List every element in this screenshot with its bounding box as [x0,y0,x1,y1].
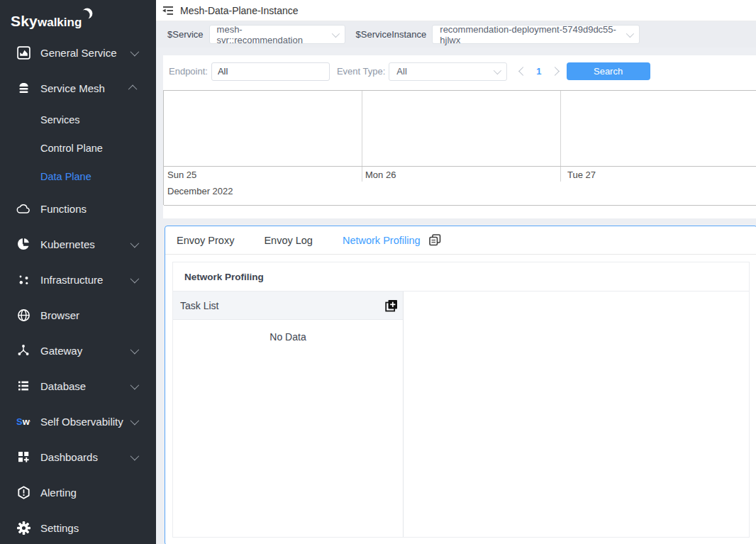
chevron-down-icon [130,47,140,56]
events-timeline[interactable]: Sun 25 Mon 26 Tue 27 December 2022 [163,90,756,205]
events-widget: Endpoint: Event Type: All 1 Search Sun 2… [163,55,756,218]
sidebar: Skywalking General Service Service Mesh … [0,0,156,544]
alert-hexagon-icon [16,485,30,499]
event-controls-row: Endpoint: Event Type: All 1 Search [163,55,756,81]
sidebar-subitem-label: Control Plane [40,143,103,154]
timeline-day-axis: Sun 25 Mon 26 Tue 27 [164,166,756,182]
prev-page-button[interactable] [518,67,528,76]
task-list-empty-state: No Data [173,320,403,537]
globe-icon [16,308,30,322]
cloud-icon [16,201,30,216]
timeline-month-label: December 2022 [167,186,233,196]
sidebar-item-label: General Service [40,47,117,59]
sidebar-item-infrastructure[interactable]: Infrastructure [0,262,156,297]
sidebar-item-label: Kubernetes [40,238,95,250]
sidebar-item-kubernetes[interactable]: Kubernetes [0,226,156,262]
panel-title: Network Profiling [173,262,749,292]
sidebar-item-label: Service Mesh [40,82,105,94]
chevron-down-icon [130,451,140,460]
crescent-moon-icon [82,8,93,25]
no-data-text: No Data [269,331,306,343]
service-instance-select[interactable]: recommendation-deployment-5749d9dc55-hjl… [432,25,640,44]
page-header: Mesh-Data-Plane-Instance [156,0,756,21]
timeline-day-label: Mon 26 [365,170,396,180]
instance-tabs-panel: Envoy Proxy Envoy Log Network Profiling … [165,226,756,544]
sidebar-item-gateway[interactable]: Gateway [0,333,156,368]
page-title: Mesh-Data-Plane-Instance [180,5,299,16]
service-instance-select-value: recommendation-deployment-5749d9dc55-hjl… [440,24,619,45]
sidebar-item-label: Functions [40,203,87,215]
event-type-select-value: All [396,66,406,77]
chevron-down-icon [130,380,140,389]
sidebar-subitem-label: Data Plane [40,171,91,182]
sidebar-item-label: Gateway [40,345,82,357]
logo-text-rest: walking [38,16,82,29]
sidebar-item-dashboards[interactable]: Dashboards [0,439,156,474]
sidebar-item-functions[interactable]: Functions [0,191,156,226]
service-label: $Service [167,29,204,40]
tab-envoy-log[interactable]: Envoy Log [264,235,313,246]
task-list-column: Task List No Data [173,292,404,537]
dots-cluster-icon [16,272,30,287]
network-profiling-panel: Network Profiling Task List No Data [172,262,750,538]
tab-bar: Envoy Proxy Envoy Log Network Profiling [165,226,756,255]
network-nodes-icon [16,343,30,357]
timeline-day-label: Sun 25 [167,170,196,180]
collapse-menu-icon[interactable] [162,6,174,16]
next-page-button[interactable] [550,67,560,76]
chevron-down-icon [130,345,140,354]
sidebar-item-alerting[interactable]: Alerting [0,474,156,510]
sidebar-item-label: Dashboards [40,451,98,463]
sidebar-item-general-service[interactable]: General Service [0,35,156,70]
chevron-down-icon [626,29,634,37]
task-list-header: Task List [173,292,403,320]
service-select[interactable]: mesh-svr::recommendation [209,25,345,44]
sidebar-item-label: Alerting [40,487,77,499]
service-select-value: mesh-svr::recommendation [217,24,325,45]
chart-icon [16,45,30,60]
service-instance-label: $ServiceInstance [356,29,427,40]
dashboard-grid-icon [16,450,30,464]
chevron-up-icon [128,84,138,94]
filter-bar: $Service mesh-svr::recommendation $Servi… [156,21,756,48]
tab-network-profiling[interactable]: Network Profiling [343,235,421,246]
sidebar-subitem-label: Services [40,114,80,126]
sidebar-item-label: Database [40,380,86,392]
sidebar-item-self-observability[interactable]: Sw Self Observability [0,404,156,439]
sidebar-item-label: Browser [40,309,79,321]
profiling-graph-area [404,292,749,537]
sidebar-item-browser[interactable]: Browser [0,297,156,333]
logo-text-bold: Sky [11,13,38,29]
pagination: 1 [520,66,557,77]
timeline-day-label: Tue 27 [567,170,596,180]
sidebar-item-service-mesh[interactable]: Service Mesh [0,70,156,106]
tab-envoy-proxy[interactable]: Envoy Proxy [177,235,234,246]
current-page[interactable]: 1 [536,66,541,77]
chevron-down-icon [130,238,140,248]
chevron-down-icon [331,29,339,37]
sidebar-item-label: Self Observability [40,416,123,428]
sidebar-item-label: Settings [40,522,79,534]
stack-icon [16,81,30,95]
copy-icon[interactable] [429,234,441,246]
task-list-title: Task List [180,300,218,311]
skywalking-sw-icon: Sw [16,414,30,428]
skywalking-logo[interactable]: Skywalking [0,0,156,35]
new-task-icon[interactable] [385,299,398,312]
panel-body: Task List No Data [173,292,749,537]
event-type-select[interactable]: All [389,62,507,81]
endpoint-input[interactable] [211,62,330,81]
chevron-down-icon [130,274,140,283]
event-type-label: Event Type: [337,66,385,77]
search-button[interactable]: Search [567,62,650,80]
chevron-down-icon [130,416,140,425]
sidebar-item-settings[interactable]: Settings [0,510,156,544]
sidebar-item-database[interactable]: Database [0,368,156,404]
sidebar-item-control-plane[interactable]: Control Plane [0,134,156,162]
sidebar-item-services[interactable]: Services [0,106,156,134]
kubernetes-icon [16,237,30,251]
sidebar-item-data-plane[interactable]: Data Plane [0,162,156,191]
gear-icon [16,521,30,535]
list-icon [16,379,30,393]
chevron-down-icon [494,66,501,74]
